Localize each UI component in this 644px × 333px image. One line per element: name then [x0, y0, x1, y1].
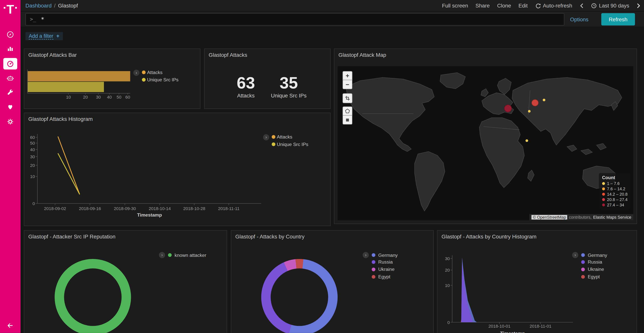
x-tick: 60 [125, 95, 130, 100]
attack-marker-maroon[interactable] [504, 105, 512, 112]
bar-unique-src-ips[interactable] [28, 82, 104, 92]
time-range-label: Last 90 days [599, 3, 629, 9]
legend-item[interactable]: Unique Src IPs [277, 142, 308, 147]
rectangle-tool-button[interactable] [342, 116, 352, 125]
zoom-out-button[interactable]: − [342, 80, 352, 89]
legend-item[interactable]: Russia [588, 259, 602, 264]
attack-marker-yellow[interactable] [528, 110, 531, 112]
x-tick: 20 [83, 95, 88, 100]
legend-toggle-icon[interactable]: › [363, 252, 369, 258]
metric-value: 35 [271, 74, 307, 91]
edit-button[interactable]: Edit [518, 3, 528, 9]
island-java [581, 149, 592, 155]
auto-refresh-label: Auto-refresh [543, 3, 572, 9]
legend-dot-attacks [272, 135, 276, 139]
telekom-logo: T [0, 3, 20, 16]
region-scandinavia [498, 78, 511, 94]
x-tick: 2018-10-28 [183, 206, 205, 211]
legend-dot [372, 267, 375, 271]
legend-item[interactable]: Ukraine [588, 267, 604, 272]
chevron-right-icon[interactable] [636, 3, 640, 9]
x-tick: 10 [66, 95, 71, 100]
legend-item[interactable]: Attacks [277, 134, 292, 139]
share-button[interactable]: Share [476, 3, 490, 9]
logo-dot-left [4, 7, 5, 9]
line-chart[interactable]: 60 50 40 30 20 10 0 2018-09-02 2018-09-1… [24, 113, 331, 226]
panel-title[interactable]: Glastopf Attacks Histogram [28, 116, 93, 122]
legend-item[interactable]: Germany [588, 253, 607, 258]
refresh-button[interactable]: Refresh [601, 13, 635, 26]
metric-value: 63 [228, 74, 264, 91]
x-tick: 2018-09-02 [44, 206, 66, 211]
collapse-arrow-icon[interactable] [6, 321, 14, 330]
legend-toggle-icon[interactable]: › [572, 252, 578, 258]
y-tick: 30 [445, 256, 450, 261]
auto-refresh-button[interactable]: Auto-refresh [535, 3, 572, 9]
donut-known-attacker[interactable] [55, 259, 131, 333]
panel-title[interactable]: Glastopf Attacks Bar [28, 52, 77, 58]
bar-chart-icon[interactable] [6, 44, 14, 53]
legend-dot [581, 267, 585, 271]
add-filter-button[interactable]: Add a filter + [26, 32, 63, 40]
robot-icon[interactable] [6, 74, 14, 82]
legend-dot [168, 253, 172, 257]
breadcrumb-separator: / [54, 3, 56, 9]
gear-icon[interactable] [6, 118, 14, 126]
y-tick: 0 [32, 201, 35, 206]
chevron-left-icon[interactable] [580, 3, 584, 9]
panel-title[interactable]: Glastopf Attack Map [338, 52, 386, 58]
legend-toggle-icon[interactable]: › [159, 252, 165, 258]
breadcrumb: Dashboard / Glastopf [26, 3, 78, 9]
bar-attacks[interactable] [28, 71, 130, 82]
attack-marker-yellow[interactable] [526, 139, 528, 142]
wrench-icon[interactable] [6, 88, 14, 97]
legend-dot [372, 253, 375, 257]
legend-item[interactable]: Russia [378, 259, 393, 264]
legend-item[interactable]: Egypt [588, 274, 600, 279]
time-range-picker[interactable]: Last 90 days [591, 3, 629, 9]
osm-attribution-link[interactable]: © OpenStreetMap [532, 215, 567, 220]
panel-title[interactable]: Glastopf - Attacker Src IP Reputation [28, 233, 116, 240]
legend-item[interactable]: Attacks [147, 70, 162, 75]
legend-item[interactable]: Ukraine [378, 267, 395, 272]
panel-title[interactable]: Glastopf - Attacks by Country [235, 233, 304, 240]
panel-title[interactable]: Glastopf - Attacks by Country Histogram [442, 233, 536, 240]
y-tick: 60 [30, 135, 35, 140]
clone-button[interactable]: Clone [497, 3, 511, 9]
x-axis-label: Timestamp [137, 212, 162, 217]
polygon-tool-button[interactable] [342, 107, 352, 116]
zoom-in-button[interactable]: + [342, 71, 352, 80]
sidebar-item-dashboard-active[interactable] [3, 58, 17, 70]
panel-title[interactable]: Glastopf Attacks [209, 52, 247, 58]
legend-range: 20.8 – 27.4 [607, 197, 628, 202]
island-madagascar [528, 170, 534, 181]
search-input[interactable] [41, 16, 534, 23]
breadcrumb-dashboard-link[interactable]: Dashboard [26, 3, 52, 9]
world-map[interactable]: + − Count [338, 66, 633, 220]
legend-item[interactable]: Germany [378, 253, 398, 258]
chevron-right-icon: › [136, 71, 137, 75]
x-tick: 30 [96, 95, 101, 100]
attack-marker-yellow[interactable] [543, 99, 546, 101]
heartbeat-icon[interactable] [6, 103, 14, 111]
legend-row: Russia [372, 259, 393, 264]
attack-marker-red[interactable] [532, 100, 538, 106]
compass-icon[interactable] [6, 31, 14, 39]
map-count-legend: Count 1 – 7.6 7.6 – 14.2 14.2 – 20.8 20.… [599, 173, 631, 210]
search-input-box[interactable]: >_ [26, 13, 564, 26]
legend-item[interactable]: Unique Src IPs [147, 77, 178, 82]
fit-bounds-button[interactable] [342, 93, 352, 103]
rectangle-icon [345, 117, 350, 122]
legend-row: Ukraine [581, 267, 604, 272]
x-tick: 2018-09-30 [114, 206, 136, 211]
y-tick: 20 [445, 268, 450, 272]
options-link[interactable]: Options [570, 12, 588, 27]
horizontal-bar-chart[interactable]: 10 20 30 40 50 60 › Attacks Unique Src I… [24, 49, 201, 109]
full-screen-button[interactable]: Full screen [442, 3, 468, 9]
legend-item[interactable]: known attacker [174, 253, 206, 258]
area-chart[interactable]: 30 20 10 0 2018-10-01 2018-11-01 Timesta… [438, 231, 638, 333]
ems-attribution-link[interactable]: Elastic Maps Service [593, 215, 631, 220]
metric-label: Attacks [228, 93, 264, 99]
legend-item[interactable]: Egypt [378, 274, 390, 279]
clock-icon [591, 3, 597, 9]
